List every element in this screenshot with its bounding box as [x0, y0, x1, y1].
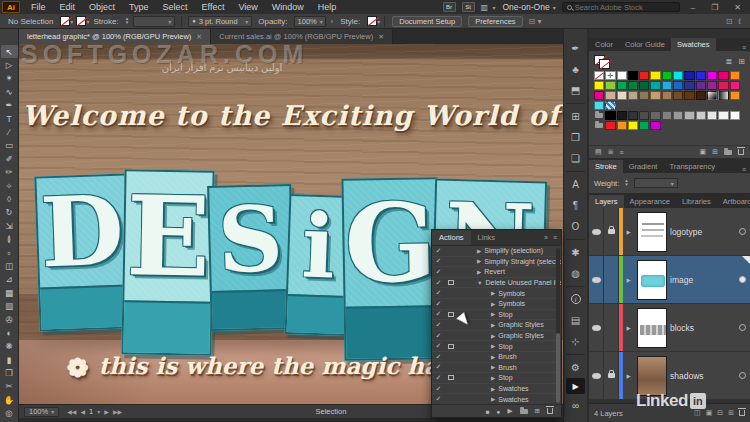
workspace-switcher[interactable]: One-on-One▾ — [502, 2, 555, 12]
play-icon[interactable]: ▶ — [508, 407, 513, 415]
swatch-color[interactable] — [650, 91, 660, 100]
stock-button[interactable]: St — [462, 2, 475, 12]
restore-button[interactable]: ❐ — [706, 3, 723, 12]
swatch-color[interactable] — [662, 71, 672, 80]
shape-builder-tool[interactable]: ◫ — [1, 259, 18, 272]
info-panel-icon[interactable]: i — [565, 289, 586, 309]
toggle-item-check[interactable]: ✓ — [432, 321, 445, 329]
gradient-tool[interactable]: ▥ — [1, 299, 18, 312]
stop-icon[interactable]: ■ — [486, 408, 490, 415]
graphic-styles-panel-icon[interactable]: ⬒ — [565, 80, 586, 100]
slice-tool[interactable]: ✂ — [1, 380, 18, 393]
stroke-panel-menu-icon[interactable]: ≡ — [742, 166, 750, 173]
toggle-item-check[interactable]: ✓ — [432, 363, 445, 371]
glyphs-panel-icon[interactable]: ✱ — [565, 242, 586, 262]
target-circle-icon[interactable] — [739, 372, 746, 379]
pen-tool[interactable]: ✒ — [1, 99, 18, 112]
stroke-proxy[interactable] — [599, 59, 610, 69]
layers-tab-libraries[interactable]: Libraries — [676, 195, 717, 208]
swatch-color[interactable] — [628, 71, 638, 80]
delete-icon[interactable] — [547, 408, 553, 414]
close-tab-icon[interactable]: ✕ — [196, 33, 202, 41]
swatch-color[interactable] — [673, 71, 683, 80]
panel-menu-icon[interactable]: ≡ — [553, 234, 557, 241]
menu-object[interactable]: Object — [82, 0, 122, 14]
search-input[interactable] — [575, 3, 670, 12]
toggle-item-check[interactable]: ✓ — [432, 268, 445, 276]
toggle-item-check[interactable]: ✓ — [432, 353, 445, 361]
swatch-color[interactable] — [617, 121, 627, 130]
make-mask-icon[interactable]: ▣ — [706, 409, 713, 417]
swatch-color[interactable] — [673, 81, 683, 90]
record-icon[interactable]: ● — [497, 408, 501, 415]
document-tab-1[interactable]: letterhead graphic* @ 100% (RGB/GPU Prev… — [19, 29, 211, 44]
swatch-color[interactable] — [639, 71, 649, 80]
lock-toggle[interactable] — [604, 208, 619, 255]
swatch-color[interactable] — [617, 111, 627, 120]
type-tool[interactable]: T — [1, 112, 18, 125]
layers-tab-layers[interactable]: Layers — [589, 195, 624, 208]
menu-help[interactable]: Help — [311, 0, 344, 14]
swatch-group-folder[interactable] — [594, 121, 604, 130]
pencil-tool[interactable]: ✏ — [1, 166, 18, 179]
dialog-toggle[interactable] — [445, 312, 457, 317]
action-row[interactable]: ✓▶Brush — [432, 363, 561, 374]
swatch-color[interactable] — [594, 81, 604, 90]
arrange-documents-icon[interactable]: ▥ ▾ — [481, 3, 497, 12]
toggle-item-check[interactable]: ✓ — [432, 289, 445, 297]
stroke-tab-gradient[interactable]: Gradient — [623, 160, 664, 173]
expand-layer-icon[interactable]: ▶ — [623, 304, 634, 351]
fill-stroke-proxy[interactable] — [594, 55, 612, 69]
document-tab-2[interactable]: Current sales.ai @ 100% (RGB/GPU Preview… — [211, 29, 393, 44]
swatch-options-icon[interactable]: ≡ — [620, 149, 624, 156]
action-row[interactable]: ✓▶Revert — [432, 267, 561, 278]
visibility-toggle[interactable] — [589, 304, 604, 351]
swatches-tab-color-guide[interactable]: Color Guide — [619, 38, 671, 51]
swatch-color[interactable] — [639, 91, 649, 100]
mesh-tool[interactable]: ▦ — [1, 286, 18, 299]
style-swatch[interactable] — [367, 16, 377, 26]
swatches-tab-swatches[interactable]: Swatches — [671, 38, 716, 51]
swatch-pattern[interactable] — [605, 101, 615, 110]
lock-toggle[interactable] — [604, 352, 619, 399]
swatch-color[interactable] — [718, 111, 728, 120]
new-action-icon[interactable]: ⊞ — [535, 407, 540, 415]
toggle-item-check[interactable]: ✓ — [432, 257, 445, 265]
visibility-toggle[interactable] — [589, 208, 604, 255]
actions-play-icon[interactable]: ▶ — [566, 378, 585, 394]
swatch-gradient[interactable] — [707, 91, 717, 100]
swatch-libraries-icon[interactable]: ▤ — [595, 148, 602, 156]
swatch-color[interactable] — [617, 71, 627, 80]
toggle-item-check[interactable]: ✓ — [432, 300, 445, 308]
actions-tab-actions[interactable]: Actions — [432, 230, 471, 245]
lock-toggle[interactable] — [604, 256, 619, 303]
swatch-gradient[interactable] — [718, 91, 728, 100]
preferences-button[interactable]: Preferences — [468, 16, 522, 27]
eyedropper-tool[interactable]: ✇ — [1, 313, 18, 326]
swatch-color[interactable] — [650, 111, 660, 120]
toggle-item-check[interactable]: ✓ — [432, 374, 445, 382]
grid-view-icon[interactable]: ⊞ — [738, 57, 745, 66]
new-sublayer-icon[interactable]: ⊟ — [717, 409, 723, 417]
swatch-color[interactable] — [707, 71, 717, 80]
swatch-folder-icon[interactable] — [724, 150, 732, 155]
swatch-color[interactable] — [628, 91, 638, 100]
width-tool[interactable]: ≬ — [1, 232, 18, 245]
hand-tool[interactable]: ✋ — [1, 393, 18, 406]
line-segment-tool[interactable]: ∕ — [1, 125, 18, 138]
swatch-color[interactable] — [639, 81, 649, 90]
transform-panel-icon[interactable]: ⊹ — [565, 331, 586, 351]
brushes-panel-icon[interactable]: ✒ — [565, 38, 586, 58]
paragraph-panel-icon[interactable]: ¶ — [565, 195, 586, 215]
document-setup-button[interactable]: Document Setup — [392, 16, 462, 27]
swatch-color[interactable] — [628, 81, 638, 90]
swatch-color[interactable] — [650, 121, 660, 130]
appearance-panel-icon[interactable]: ◍ — [565, 263, 586, 283]
swatch-color[interactable] — [662, 111, 672, 120]
layer-name[interactable]: image — [670, 256, 734, 303]
swatches-tab-color[interactable]: Color — [589, 38, 619, 51]
menu-window[interactable]: Window — [265, 0, 311, 14]
cc-libraries-icon[interactable]: ∞ — [565, 395, 586, 415]
layer-row-blocks[interactable]: ▶blocks — [589, 304, 750, 352]
action-row[interactable]: ✓▶Stop — [432, 373, 561, 384]
